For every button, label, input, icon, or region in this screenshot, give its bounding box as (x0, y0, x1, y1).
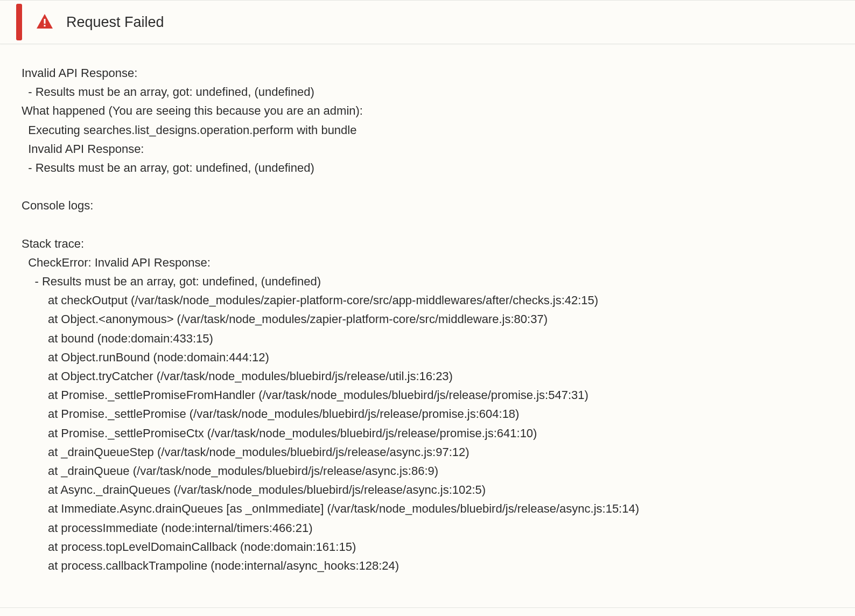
svg-rect-0 (44, 19, 46, 24)
error-accent-bar (16, 4, 22, 40)
error-header: Request Failed (0, 1, 855, 44)
error-body: Invalid API Response: - Results must be … (0, 44, 855, 607)
error-title: Request Failed (66, 14, 164, 31)
svg-rect-1 (44, 25, 46, 26)
error-panel: Request Failed Invalid API Response: - R… (0, 0, 855, 608)
warning-icon (35, 12, 54, 32)
